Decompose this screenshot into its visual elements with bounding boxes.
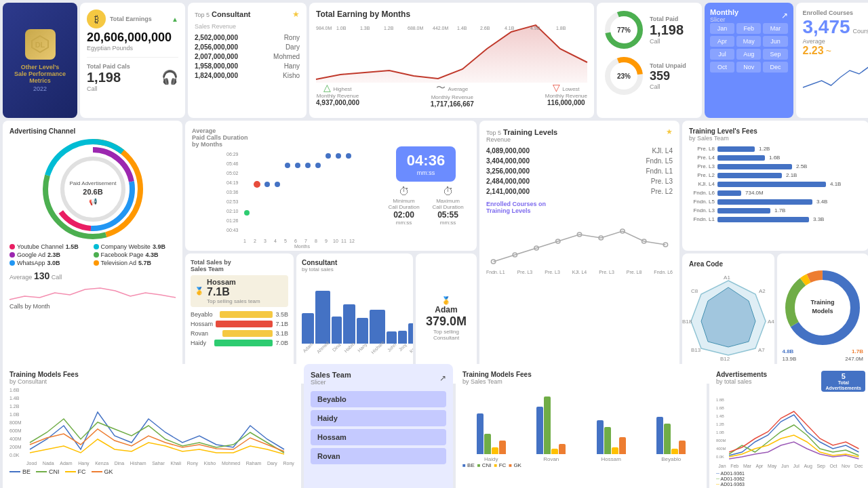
group-rovan: Rovan: [523, 393, 580, 462]
training-xlabels: Fndn. L1Pre. L3Pre. L3KJl. L4Pre. L3Pre.…: [486, 270, 673, 274]
stat-highest: △ Highest Monthly Revenue 4,937,000,000: [316, 82, 359, 108]
month-jun[interactable]: Jun: [763, 36, 787, 47]
logo-card: DL Other Level'sSale PerformanceMetrics …: [3, 3, 77, 118]
svg-text:1.0B: 1.0B: [336, 26, 347, 30]
l-fc: ■ FC: [494, 462, 507, 468]
tmf-sales-subtitle: by Sales Team: [462, 378, 700, 385]
svg-text:3: 3: [264, 239, 267, 243]
svg-text:C8: C8: [691, 288, 698, 294]
google-label: Google Ad: [17, 251, 45, 258]
max-value: 05:55: [432, 210, 463, 220]
month-dec[interactable]: Dec: [763, 62, 787, 73]
slicer-subtitle: Slicer: [710, 16, 738, 23]
whatsapp-dot: [9, 260, 15, 266]
fee-pre-l2: Pre. L22.1B: [689, 172, 862, 178]
slicer-expand[interactable]: ↗: [439, 373, 446, 383]
earnings-card: ₿ Total Earnings ▲ 20,606,000,000 Egypti…: [80, 3, 185, 118]
svg-text:4: 4: [274, 239, 277, 243]
months-card: Total Earning by Months 984.0M: [309, 3, 594, 118]
consultant-bars: Adam Ahmed Dina Habib Hany Hisham John J…: [302, 275, 408, 350]
svg-text:A1: A1: [724, 274, 730, 281]
earnings-value: 20,606,000,000: [87, 31, 178, 45]
slicer-expand-icon[interactable]: ↗: [781, 11, 788, 20]
svg-point-39: [275, 182, 280, 187]
paid-card: 77% Total Paid 1,198 Call 23% Tota: [597, 3, 702, 118]
min-sublabel: Call Duration: [388, 204, 419, 210]
svg-text:10: 10: [333, 239, 338, 243]
slicer-haidy[interactable]: Haidy: [311, 410, 446, 426]
top5-row-5: 1,824,000,000Kisho: [195, 72, 300, 79]
adv-legend: Youtube Channel 1.5B Company Website 3.9…: [9, 243, 176, 266]
month-apr[interactable]: Apr: [710, 36, 734, 47]
bar-hany: Hany: [357, 318, 368, 350]
svg-text:1.8B: 1.8B: [556, 26, 566, 30]
months-chart: 984.0M 1.0B 1.3B 1.2B 688.0M 442.0M 1.4B…: [316, 22, 587, 79]
svg-text:688.0M: 688.0M: [408, 26, 424, 30]
slicer-beyablo[interactable]: Beyablo: [311, 391, 446, 407]
slicer-hossam[interactable]: Hossam: [311, 429, 446, 445]
svg-text:2: 2: [254, 239, 256, 243]
google-value: 2.3B: [47, 251, 60, 258]
month-oct[interactable]: Oct: [710, 62, 734, 73]
svg-point-42: [305, 163, 311, 168]
bar-john: John: [387, 331, 397, 350]
logo-year: 2022: [33, 85, 47, 92]
legend-gk-line: GK: [92, 468, 113, 475]
time-display: 04:36 mm:ss: [396, 146, 456, 182]
logo-subtitle: Other Level'sSale PerformanceMetrics: [14, 64, 66, 84]
tm-be-value: 4.8B: [783, 348, 794, 354]
seller-beyablo: Beyablo 3.5B: [191, 311, 288, 318]
fees-card: Training Level's Fees by Sales Team Pre.…: [682, 121, 868, 251]
svg-text:4.1B: 4.1B: [505, 26, 515, 30]
min-value: 02:00: [388, 210, 419, 220]
time-max: ⏱ Maximum Call Duration 05:55 mm:ss: [432, 186, 463, 226]
svg-text:1.4B: 1.4B: [9, 396, 20, 401]
adv-text: Advertisements by total sales: [716, 371, 767, 385]
paid-pct: 77%: [617, 26, 631, 34]
beyablo-be: [656, 417, 663, 454]
top5-row-2: 2,056,000,000Dary: [195, 43, 300, 51]
tmf-subtitle: by Consultant: [9, 378, 294, 385]
training-title: Training Levels: [503, 128, 557, 136]
svg-text:8: 8: [315, 239, 317, 243]
legend-youtube: Youtube Channel 1.5B: [9, 243, 92, 250]
seller-medal: 🥇: [195, 287, 204, 296]
avg-calls-info: Average 130 Call Calls by Month: [9, 270, 176, 310]
tmf-sales-title: Training Models Fees: [462, 371, 700, 378]
average-value: 1,717,166,667: [431, 100, 474, 108]
svg-text:1.2B: 1.2B: [384, 26, 394, 30]
training-row-5: 2,141,000,000Pre. L2: [486, 188, 673, 195]
legend-facebook: Facebook Page 4.3B: [94, 251, 176, 258]
rovan-be: [536, 407, 543, 454]
svg-text:12: 12: [349, 239, 355, 243]
svg-text:03:36: 03:36: [226, 190, 239, 195]
month-nov[interactable]: Nov: [736, 62, 761, 73]
month-may[interactable]: May: [736, 36, 761, 47]
svg-point-40: [285, 163, 290, 168]
month-feb[interactable]: Feb: [736, 23, 761, 34]
monthly-slicer[interactable]: Monthly Slicer ↗ Jan Feb Mar Apr May Jun…: [705, 3, 793, 118]
stat-average: 〜 Average Monthly Revenue 1,717,166,667: [431, 82, 474, 108]
seller-hossam: Hossam 7.1B: [191, 321, 288, 327]
beyablo-cni: [664, 424, 671, 454]
month-jul[interactable]: Jul: [710, 49, 734, 60]
unpaid-pct: 23%: [617, 73, 631, 80]
rovan-fc: [551, 449, 558, 454]
adam-medal: 🥇: [441, 296, 451, 305]
paid-cals-label: Total Paid Cals: [87, 63, 130, 70]
bar-habib: Habib: [343, 304, 355, 350]
svg-text:1.3B: 1.3B: [360, 26, 370, 30]
month-mar[interactable]: Mar: [763, 23, 787, 34]
month-jan[interactable]: Jan: [710, 23, 734, 34]
max-label: Maximum: [432, 198, 463, 204]
consultant-title: Consultant: [302, 259, 408, 266]
svg-point-36: [244, 210, 250, 216]
training-models-values: 4.8B 1.7B 13.9B 247.0M: [783, 348, 864, 362]
svg-text:04:19: 04:19: [226, 180, 239, 185]
l-be: ■ BE: [462, 462, 475, 468]
slicer-rovan[interactable]: Rovan: [311, 448, 446, 464]
haidy-cni: [484, 434, 491, 454]
month-sep[interactable]: Sep: [763, 49, 787, 60]
month-aug[interactable]: Aug: [736, 49, 761, 60]
time-display-col: 04:36 mm:ss ⏱ Minimum Call Duration 02:0…: [382, 127, 470, 244]
